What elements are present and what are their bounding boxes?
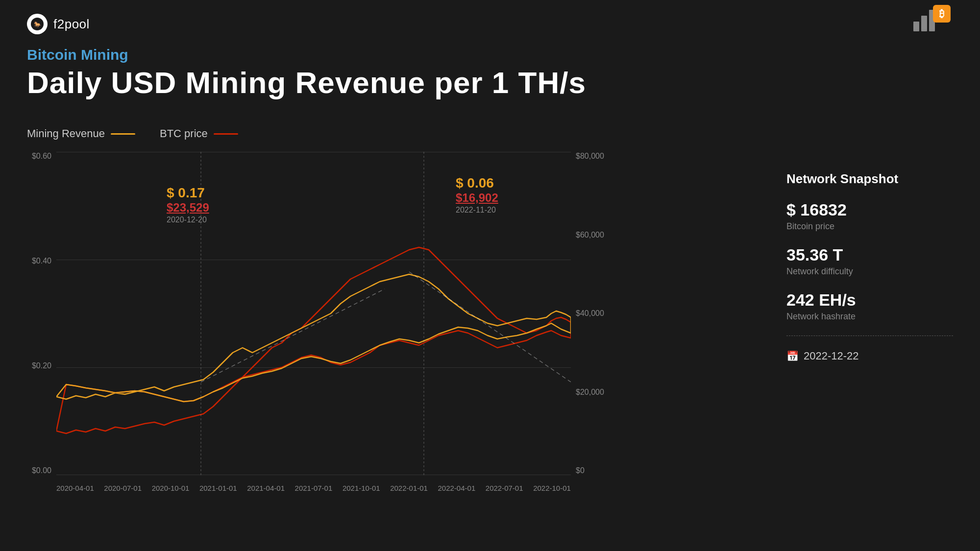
x-label-3: 2021-01-01 <box>199 484 237 492</box>
y-left-3: $0.00 <box>32 466 51 475</box>
y-right-1: $60,000 <box>576 231 604 240</box>
main-title: Daily USD Mining Revenue per 1 TH/s <box>27 66 586 99</box>
x-axis: 2020-04-01 2020-07-01 2020-10-01 2021-01… <box>56 480 571 500</box>
x-label-2: 2020-10-01 <box>152 484 190 492</box>
network-btc-price-value: $ 16832 <box>786 200 953 219</box>
x-label-7: 2022-01-01 <box>390 484 428 492</box>
network-hashrate-value: 242 EH/s <box>786 290 953 310</box>
brand-name: f2pool <box>53 17 90 32</box>
subtitle: Bitcoin Mining <box>27 47 586 63</box>
network-date-value: 2022-12-22 <box>804 350 859 362</box>
legend-red-line <box>214 133 238 135</box>
mining-revenue-line <box>56 274 571 402</box>
y-axis-left: $0.60 $0.40 $0.20 $0.00 <box>27 152 55 475</box>
network-difficulty-value: 35.36 T <box>786 245 953 264</box>
y-left-0: $0.60 <box>32 152 51 161</box>
network-divider <box>786 335 953 336</box>
x-label-4: 2021-04-01 <box>247 484 285 492</box>
tooltip-left-date: 2020-12-20 <box>167 216 209 224</box>
logo-circle: 🐎 <box>27 14 48 34</box>
svg-line-3 <box>409 272 571 382</box>
svg-line-2 <box>201 289 385 382</box>
legend-mining-revenue-label: Mining Revenue <box>27 127 105 140</box>
x-label-9: 2022-07-01 <box>486 484 523 492</box>
chart-bars-icon <box>913 10 935 31</box>
network-date: 📅 2022-12-22 <box>786 350 953 362</box>
top-right-widget: ₿ <box>913 10 951 31</box>
legend: Mining Revenue BTC price <box>27 127 238 140</box>
tooltip-right-btc: $16,902 <box>456 191 498 205</box>
x-label-8: 2022-04-01 <box>438 484 476 492</box>
svg-text:🐎: 🐎 <box>34 21 41 28</box>
network-btc-price-desc: Bitcoin price <box>786 221 953 232</box>
chart-area: $0.60 $0.40 $0.20 $0.00 $80,000 $60,000 … <box>27 152 610 500</box>
btc-price-line <box>56 247 571 433</box>
legend-btc-price-label: BTC price <box>160 127 208 140</box>
network-difficulty: 35.36 T Network difficulty <box>786 245 953 277</box>
tooltip-left-value: $ 0.17 <box>167 185 209 201</box>
y-left-1: $0.40 <box>32 257 51 265</box>
tooltip-left: $ 0.17 $23,529 2020-12-20 <box>167 185 209 224</box>
legend-mining-revenue: Mining Revenue <box>27 127 135 140</box>
y-right-0: $80,000 <box>576 152 604 161</box>
title-section: Bitcoin Mining Daily USD Mining Revenue … <box>27 47 586 99</box>
network-hashrate-desc: Network hashrate <box>786 311 953 322</box>
network-btc-price: $ 16832 Bitcoin price <box>786 200 953 232</box>
y-left-2: $0.20 <box>32 361 51 370</box>
y-axis-right: $80,000 $60,000 $40,000 $20,000 $0 <box>572 152 610 475</box>
btc-badge-icon: ₿ <box>933 5 951 23</box>
network-hashrate: 242 EH/s Network hashrate <box>786 290 953 322</box>
tooltip-right-date: 2022-11-20 <box>456 206 498 215</box>
x-label-0: 2020-04-01 <box>56 484 94 492</box>
x-label-5: 2021-07-01 <box>295 484 333 492</box>
legend-btc-price: BTC price <box>160 127 238 140</box>
tooltip-right: $ 0.06 $16,902 2022-11-20 <box>456 175 498 215</box>
tooltip-left-btc: $23,529 <box>167 201 209 215</box>
y-right-3: $20,000 <box>576 388 604 397</box>
x-label-1: 2020-07-01 <box>104 484 142 492</box>
x-label-10: 2022-10-01 <box>533 484 571 492</box>
y-right-4: $0 <box>576 466 585 475</box>
network-difficulty-desc: Network difficulty <box>786 266 953 277</box>
header: 🐎 f2pool <box>27 14 90 34</box>
legend-gold-line <box>111 133 135 135</box>
y-right-2: $40,000 <box>576 309 604 318</box>
network-title: Network Snapshot <box>786 171 953 187</box>
calendar-icon: 📅 <box>786 350 799 362</box>
x-label-6: 2021-10-01 <box>343 484 380 492</box>
tooltip-right-value: $ 0.06 <box>456 175 498 191</box>
network-panel: Network Snapshot $ 16832 Bitcoin price 3… <box>786 171 953 362</box>
